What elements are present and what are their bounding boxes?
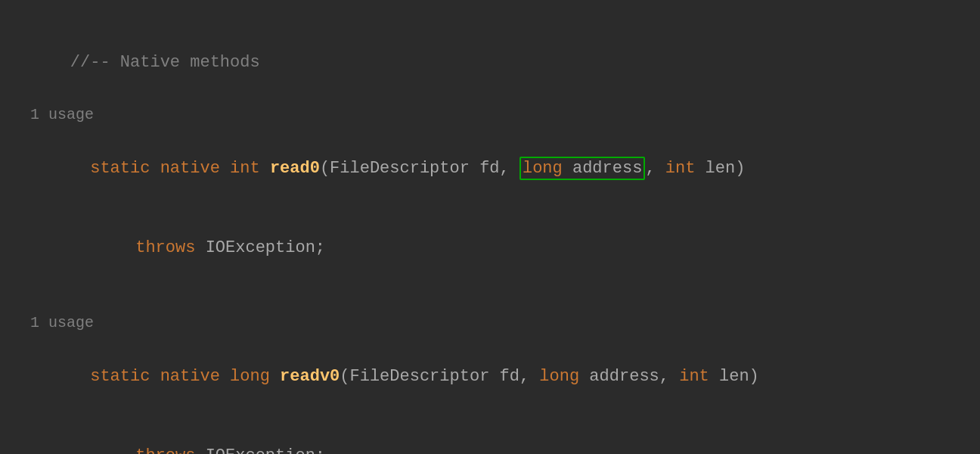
usage-label-1: 1 usage	[30, 103, 950, 127]
code-line-readv0-throws: throws IOException;	[30, 416, 950, 454]
kw-native-1: native	[160, 159, 230, 178]
method-block-readv0: 1 usage static native long readv0(FileDe…	[30, 311, 950, 454]
kw-int-1: int	[230, 159, 270, 178]
highlight-long-address-1: long address	[519, 157, 645, 180]
method-block-read0: 1 usage static native int read0(FileDesc…	[30, 103, 950, 288]
code-container: //-- Native methods 1 usage static nativ…	[0, 0, 980, 454]
kw-static-1: static	[90, 159, 160, 178]
code-line-readv0: static native long readv0(FileDescriptor…	[30, 337, 950, 417]
usage-label-2: 1 usage	[30, 311, 950, 335]
code-line-read0: static native int read0(FileDescriptor f…	[30, 129, 950, 209]
method-readv0: readv0	[280, 367, 340, 386]
comment-line: //-- Native methods	[30, 23, 950, 103]
method-read0: read0	[270, 159, 320, 178]
code-line-read0-throws: throws IOException;	[30, 208, 950, 288]
